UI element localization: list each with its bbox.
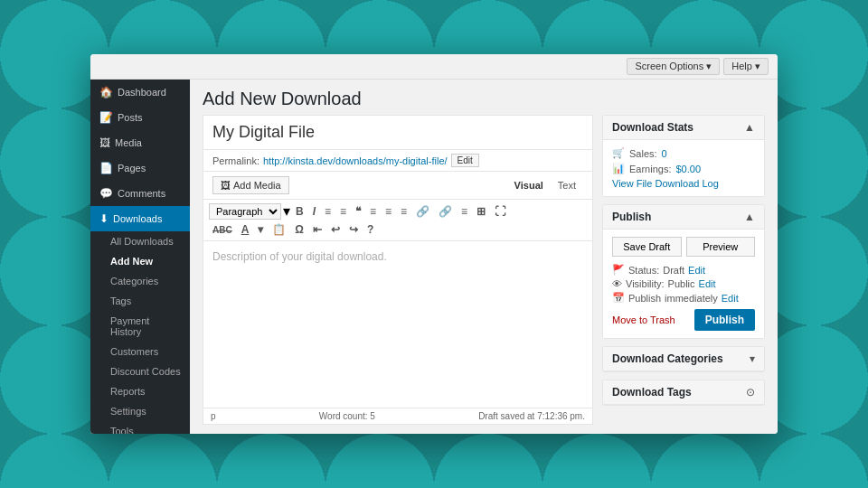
- format-select[interactable]: Paragraph: [209, 203, 281, 220]
- status-edit-link[interactable]: Edit: [688, 265, 705, 276]
- two-col-layout: Permalink: http://kinsta.dev/downloads/m…: [190, 115, 778, 434]
- sidebar-subitem-settings[interactable]: Settings: [90, 401, 190, 421]
- paste-plain-button[interactable]: 📋: [269, 221, 289, 238]
- bold-button[interactable]: B: [292, 203, 307, 220]
- sales-icon: 🛒: [612, 147, 625, 159]
- sidebar-item-comments[interactable]: 💬 Comments: [90, 181, 190, 206]
- add-media-button[interactable]: 🖼 Add Media: [212, 176, 289, 194]
- sidebar-item-dashboard[interactable]: 🏠 Dashboard: [90, 80, 190, 105]
- special-char-button[interactable]: Ω: [291, 221, 307, 238]
- permalink-edit-button[interactable]: Edit: [451, 154, 479, 167]
- status-row: 🚩 Status: Draft Edit: [612, 264, 755, 276]
- visibility-eye-icon: 👁: [612, 278, 622, 289]
- undo-button[interactable]: ↩: [327, 221, 344, 238]
- download-stats-panel: Download Stats ▲ 🛒 Sales: 0 📊 Ear: [602, 115, 765, 197]
- add-media-icon: 🖼: [221, 180, 231, 191]
- earnings-value[interactable]: $0.00: [675, 164, 701, 174]
- font-color-dropdown[interactable]: ▾: [254, 221, 267, 238]
- insert-button[interactable]: ≡: [458, 203, 471, 220]
- editor-footer: p Word count: 5 Draft saved at 7:12:36 p…: [203, 408, 592, 424]
- draft-saved: Draft saved at 7:12:36 pm.: [478, 411, 585, 421]
- toolbar-row-1: Paragraph ▾ B I ≡ ≡ ❝ ≡ ≡ ≡ 🔗: [209, 202, 587, 220]
- sidebar-subitem-all-downloads[interactable]: All Downloads: [90, 231, 190, 251]
- publish-button[interactable]: Publish: [694, 309, 755, 331]
- help-button[interactable]: Help ▾: [723, 58, 769, 75]
- help-editor-button[interactable]: ?: [363, 221, 377, 238]
- table-button[interactable]: ⊞: [473, 203, 489, 220]
- posts-icon: 📝: [99, 111, 113, 124]
- visibility-row: 👁 Visibility: Public Edit: [612, 278, 755, 289]
- sidebar-item-posts[interactable]: 📝 Posts: [90, 105, 190, 130]
- status-flag-icon: 🚩: [612, 264, 625, 276]
- sidebar-item-label: Downloads: [113, 213, 162, 224]
- redo-button[interactable]: ↪: [345, 221, 362, 238]
- fullscreen-button[interactable]: ⛶: [491, 203, 509, 220]
- editor-tag: p: [211, 411, 216, 421]
- blockquote-button[interactable]: ❝: [352, 203, 364, 220]
- tags-collapse-button[interactable]: ⊙: [746, 386, 755, 399]
- move-to-trash-link[interactable]: Move to Trash: [612, 314, 675, 325]
- dashboard-icon: 🏠: [99, 86, 113, 99]
- sidebar-subitem-reports[interactable]: Reports: [90, 381, 190, 401]
- align-right-button[interactable]: ≡: [397, 203, 410, 220]
- permalink-url[interactable]: http://kinsta.dev/downloads/my-digital-f…: [263, 155, 448, 166]
- download-stats-header: Download Stats ▲: [603, 116, 764, 140]
- sidebar-item-media[interactable]: 🖼 Media: [90, 130, 190, 155]
- main-layout: 🏠 Dashboard 📝 Posts 🖼 Media 📄 Pages 💬 Co…: [90, 80, 778, 434]
- publish-panel: Publish ▲ Save Draft Preview 🚩 Status:: [602, 204, 765, 339]
- sidebar-item-label: Comments: [118, 188, 165, 199]
- tab-text[interactable]: Text: [551, 178, 583, 192]
- tab-visual[interactable]: Visual: [507, 178, 551, 192]
- title-input[interactable]: [203, 116, 592, 150]
- publish-collapse-button[interactable]: ▲: [744, 211, 755, 223]
- sidebar-item-label: Dashboard: [118, 87, 166, 98]
- categories-collapse-button[interactable]: ▾: [750, 352, 755, 365]
- permalink-bar: Permalink: http://kinsta.dev/downloads/m…: [203, 150, 592, 172]
- strikethrough-button[interactable]: ABC: [209, 223, 236, 237]
- page-title: Add New Download: [190, 80, 778, 115]
- ul-button[interactable]: ≡: [321, 203, 335, 220]
- editor-column: Permalink: http://kinsta.dev/downloads/m…: [203, 115, 593, 425]
- sidebar-subitem-categories[interactable]: Categories: [90, 271, 190, 291]
- underline-button[interactable]: A: [238, 221, 253, 238]
- sidebar-subitem-tags[interactable]: Tags: [90, 291, 190, 311]
- download-categories-header: Download Categories ▾: [603, 347, 764, 371]
- toolbar: Paragraph ▾ B I ≡ ≡ ❝ ≡ ≡ ≡ 🔗: [203, 200, 592, 241]
- unlink-button[interactable]: 🔗: [435, 203, 456, 220]
- editor-body[interactable]: Description of your digital download.: [203, 241, 592, 408]
- sidebar-subitem-add-new[interactable]: Add New: [90, 251, 190, 271]
- stats-collapse-button[interactable]: ▲: [744, 121, 755, 134]
- sidebar-subitem-customers[interactable]: Customers: [90, 342, 190, 361]
- toolbar-row-2: ABC A ▾ 📋 Ω ⇤ ↩ ↪ ?: [209, 221, 587, 238]
- sidebar-item-label: Media: [115, 137, 142, 148]
- align-left-button[interactable]: ≡: [366, 203, 380, 220]
- word-count: Word count: 5: [319, 411, 375, 421]
- draft-preview-row: Save Draft Preview: [612, 237, 755, 257]
- sidebar-subitem-discount-codes[interactable]: Discount Codes: [90, 361, 190, 381]
- sidebar-item-downloads[interactable]: ⬇ Downloads: [90, 206, 190, 231]
- outdent-button[interactable]: ⇤: [309, 221, 326, 238]
- pages-icon: 📄: [99, 162, 113, 174]
- calendar-icon: 📅: [612, 292, 625, 304]
- visibility-edit-link[interactable]: Edit: [699, 278, 716, 289]
- right-sidebar: Download Stats ▲ 🛒 Sales: 0 📊 Ear: [602, 115, 765, 425]
- browser-window: Screen Options ▾ Help ▾ 🏠 Dashboard 📝 Po…: [90, 54, 778, 434]
- sidebar-item-label: Posts: [118, 112, 143, 123]
- sales-value[interactable]: 0: [662, 148, 667, 159]
- link-button[interactable]: 🔗: [412, 203, 433, 220]
- sidebar-item-pages[interactable]: 📄 Pages: [90, 155, 190, 181]
- save-draft-button[interactable]: Save Draft: [612, 237, 682, 257]
- downloads-icon: ⬇: [99, 212, 108, 225]
- view-log-link[interactable]: View File Download Log: [612, 178, 755, 189]
- screen-options-button[interactable]: Screen Options ▾: [627, 58, 720, 75]
- sidebar-item-label: Pages: [118, 163, 146, 174]
- italic-button[interactable]: I: [309, 203, 319, 220]
- editor-placeholder: Description of your digital download.: [212, 250, 387, 263]
- sidebar-subitem-tools[interactable]: Tools: [90, 421, 190, 434]
- ol-button[interactable]: ≡: [336, 203, 350, 220]
- align-center-button[interactable]: ≡: [382, 203, 395, 220]
- publish-timing-edit-link[interactable]: Edit: [722, 293, 739, 304]
- preview-button[interactable]: Preview: [686, 237, 756, 257]
- sidebar-subitem-payment-history[interactable]: Payment History: [90, 311, 190, 342]
- media-bar: 🖼 Add Media: [203, 172, 498, 199]
